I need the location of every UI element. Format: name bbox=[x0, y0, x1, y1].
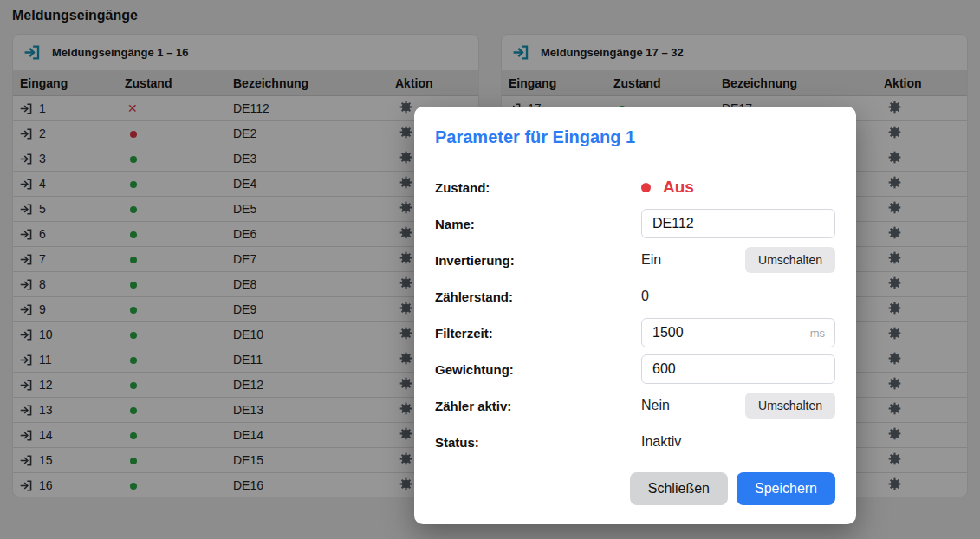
divider bbox=[435, 159, 835, 159]
dialog-title: Parameter für Eingang 1 bbox=[435, 127, 835, 147]
field-label: Zustand: bbox=[435, 180, 641, 195]
field-invertierung: Invertierung: Ein Umschalten bbox=[435, 245, 835, 275]
field-zustand: Zustand: Aus bbox=[435, 172, 835, 202]
state-dot-icon bbox=[641, 183, 651, 192]
field-label: Status: bbox=[435, 435, 641, 450]
field-label: Name: bbox=[435, 217, 641, 231]
field-label: Filterzeit: bbox=[435, 326, 641, 341]
field-filterzeit: Filterzeit: ms bbox=[435, 318, 835, 347]
name-input[interactable] bbox=[641, 209, 835, 238]
field-label: Gewichtung: bbox=[435, 362, 641, 377]
zaehler-aktiv-toggle-button[interactable]: Umschalten bbox=[745, 393, 835, 419]
field-gewichtung: Gewichtung: bbox=[435, 354, 835, 384]
save-button[interactable]: Speichern bbox=[737, 472, 835, 505]
field-status: Status: Inaktiv bbox=[435, 427, 835, 457]
field-label: Invertierung: bbox=[435, 253, 641, 268]
invertierung-value: Ein bbox=[641, 252, 661, 268]
field-label: Zählerstand: bbox=[435, 289, 641, 304]
status-value: Inaktiv bbox=[641, 434, 681, 450]
filterzeit-unit: ms bbox=[810, 327, 825, 340]
filterzeit-input[interactable] bbox=[641, 318, 835, 347]
field-name: Name: bbox=[435, 209, 835, 238]
dialog-footer: Schließen Speichern bbox=[435, 472, 835, 505]
field-zaehler-aktiv: Zähler aktiv: Nein Umschalten bbox=[435, 391, 835, 420]
invertierung-toggle-button[interactable]: Umschalten bbox=[745, 247, 835, 273]
close-button[interactable]: Schließen bbox=[630, 472, 728, 505]
zaehlerstand-value: 0 bbox=[641, 289, 649, 304]
field-label: Zähler aktiv: bbox=[435, 399, 641, 413]
field-zaehlerstand: Zählerstand: 0 bbox=[435, 282, 835, 311]
state-value: Aus bbox=[663, 178, 694, 197]
gewichtung-input[interactable] bbox=[641, 354, 835, 384]
parameter-dialog: Parameter für Eingang 1 Zustand: Aus Nam… bbox=[414, 107, 856, 524]
zaehler-aktiv-value: Nein bbox=[641, 398, 670, 413]
